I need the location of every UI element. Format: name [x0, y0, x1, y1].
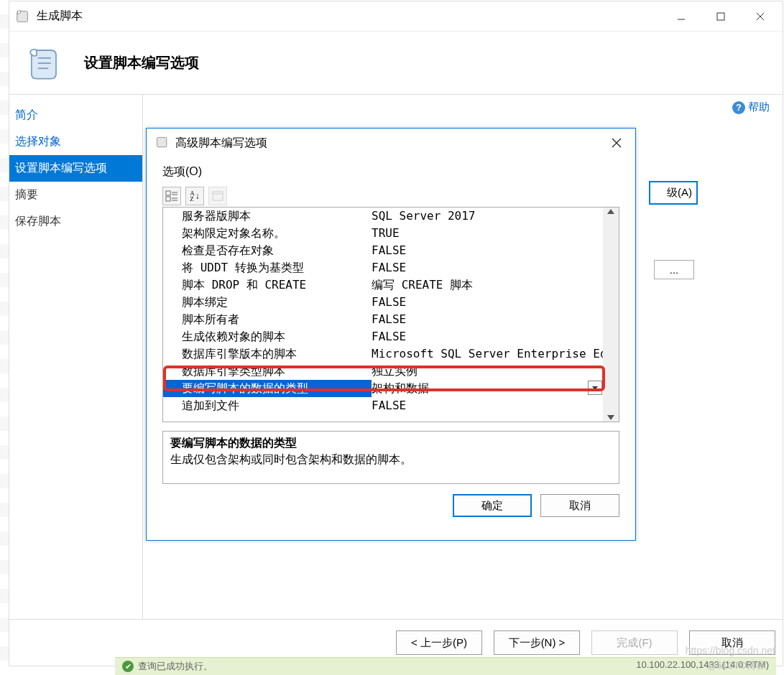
minimize-button[interactable]	[661, 4, 701, 29]
categorized-view-button[interactable]	[162, 187, 181, 205]
property-row[interactable]: 脚本绑定FALSE	[163, 294, 603, 311]
close-button[interactable]	[740, 4, 780, 29]
app-icon	[15, 9, 31, 24]
finish-button: 完成(F)	[591, 630, 678, 655]
property-row[interactable]: 服务器版脚本SQL Server 2017	[163, 208, 603, 225]
property-name: 架构限定对象名称。	[163, 225, 372, 242]
svg-rect-10	[166, 197, 170, 201]
property-name: 要编写脚本的数据的类型	[163, 380, 372, 397]
alphabetical-view-button[interactable]: AZ↓	[185, 187, 204, 205]
advanced-cancel-button[interactable]: 取消	[540, 494, 619, 517]
property-value: TRUE	[372, 225, 603, 242]
property-grid-toolbar: AZ↓	[162, 187, 619, 205]
property-value: 独立实例	[372, 363, 603, 380]
next-button[interactable]: 下一步(N) >	[494, 630, 580, 655]
help-icon: ?	[732, 101, 745, 114]
property-value: FALSE	[372, 242, 603, 259]
property-value: FALSE	[372, 311, 603, 328]
window-controls	[661, 4, 780, 29]
svg-rect-1	[717, 13, 724, 20]
property-description: 要编写脚本的数据的类型 生成仅包含架构或同时包含架构和数据的脚本。	[162, 431, 619, 484]
property-name: 脚本绑定	[163, 294, 372, 311]
scroll-down-icon[interactable]	[607, 415, 614, 420]
property-row[interactable]: 将 UDDT 转换为基类型FALSE	[163, 259, 603, 276]
watermark: https://blog.csdn.net	[686, 645, 775, 656]
close-icon[interactable]	[607, 133, 627, 153]
status-left: 查询已成功执行。	[122, 659, 213, 674]
advanced-options-dialog: 高级脚本编写选项 选项(O) AZ↓	[146, 128, 636, 541]
property-value[interactable]: 架构和数据	[372, 380, 603, 397]
status-bar-fragment: 查询已成功执行。 10.100.22.100,1433 (14.0 RTM)	[115, 657, 776, 675]
property-name: 将 UDDT 转换为基类型	[163, 259, 372, 276]
property-pages-button[interactable]	[208, 187, 227, 205]
property-name: 脚本所有者	[163, 311, 372, 328]
property-grid-rows: 服务器版脚本SQL Server 2017架构限定对象名称。TRUE检查是否存在…	[163, 208, 603, 422]
ide-left-fragment	[0, 0, 9, 675]
property-row[interactable]: 脚本所有者FALSE	[163, 311, 603, 328]
property-name: 服务器版脚本	[163, 208, 372, 225]
property-grid: 服务器版脚本SQL Server 2017架构限定对象名称。TRUE检查是否存在…	[162, 207, 619, 422]
property-value: 编写 CREATE 脚本	[372, 276, 603, 294]
ok-button[interactable]: 确定	[453, 494, 532, 517]
property-value: FALSE	[372, 294, 603, 311]
advanced-button[interactable]: 级(A)	[649, 181, 698, 205]
scroll-icon	[155, 135, 170, 152]
maximize-button[interactable]	[701, 4, 740, 29]
desc-text: 生成仅包含架构或同时包含架构和数据的脚本。	[170, 452, 612, 467]
property-row[interactable]: 要编写脚本的数据的类型架构和数据	[163, 380, 603, 397]
property-row[interactable]: 追加到文件FALSE	[163, 397, 603, 414]
advanced-titlebar: 高级脚本编写选项	[147, 129, 635, 157]
wizard-steps: 简介 选择对象 设置脚本编写选项 摘要 保存脚本	[9, 95, 142, 619]
step-set-scripting-options[interactable]: 设置脚本编写选项	[9, 155, 142, 182]
main-title: 生成脚本	[37, 9, 661, 24]
advanced-body: 选项(O) AZ↓ 服务器版脚本SQL Server 201	[147, 157, 635, 526]
advanced-dialog-buttons: 确定 取消	[162, 494, 619, 517]
property-name: 数据库引擎类型脚本	[163, 363, 372, 380]
desc-title: 要编写脚本的数据的类型	[170, 436, 612, 451]
scroll-icon	[24, 44, 63, 83]
options-label: 选项(O)	[162, 164, 619, 180]
property-row[interactable]: 数据库引擎类型脚本独立实例	[163, 363, 603, 380]
advanced-title: 高级脚本编写选项	[175, 136, 607, 151]
property-value: FALSE	[372, 397, 603, 414]
main-titlebar: 生成脚本	[9, 1, 783, 32]
step-summary[interactable]: 摘要	[9, 182, 142, 208]
property-value: SQL Server 2017	[372, 208, 603, 225]
browse-button[interactable]: ...	[654, 260, 694, 279]
page-title: 设置脚本编写选项	[84, 53, 199, 73]
help-link[interactable]: ? 帮助	[732, 101, 770, 114]
property-row[interactable]: 检查是否存在对象FALSE	[163, 242, 603, 259]
help-label: 帮助	[748, 101, 770, 114]
svg-rect-15	[213, 192, 223, 200]
dialog-header: 设置脚本编写选项	[9, 32, 783, 95]
scrollbar[interactable]	[603, 208, 619, 422]
property-name: 数据库引擎版本的脚本	[163, 345, 372, 363]
step-save-scripts[interactable]: 保存脚本	[9, 208, 142, 235]
property-value: FALSE	[372, 259, 603, 276]
scroll-up-icon[interactable]	[607, 209, 614, 214]
svg-rect-9	[166, 191, 170, 195]
property-row[interactable]: 脚本 DROP 和 CREATE编写 CREATE 脚本	[163, 276, 603, 294]
dropdown-button[interactable]	[588, 381, 602, 395]
property-name: 检查是否存在对象	[163, 242, 372, 259]
advanced-label-fragment: 级(A)	[667, 186, 692, 200]
watermark2: @51CTO博客	[707, 659, 765, 672]
step-choose-objects[interactable]: 选择对象	[9, 129, 142, 155]
property-name: 生成依赖对象的脚本	[163, 328, 372, 345]
previous-button[interactable]: < 上一步(P)	[396, 630, 482, 655]
browse-label: ...	[670, 264, 679, 276]
property-value: Microsoft SQL Server Enterprise Ed	[372, 345, 603, 363]
property-name: 脚本 DROP 和 CREATE	[163, 276, 372, 294]
property-name: 追加到文件	[163, 397, 372, 414]
property-row[interactable]: 生成依赖对象的脚本FALSE	[163, 328, 603, 345]
property-row[interactable]: 架构限定对象名称。TRUE	[163, 225, 603, 242]
property-value: FALSE	[372, 328, 603, 345]
property-row[interactable]: 数据库引擎版本的脚本Microsoft SQL Server Enterpris…	[163, 345, 603, 363]
step-introduction[interactable]: 简介	[9, 102, 142, 129]
